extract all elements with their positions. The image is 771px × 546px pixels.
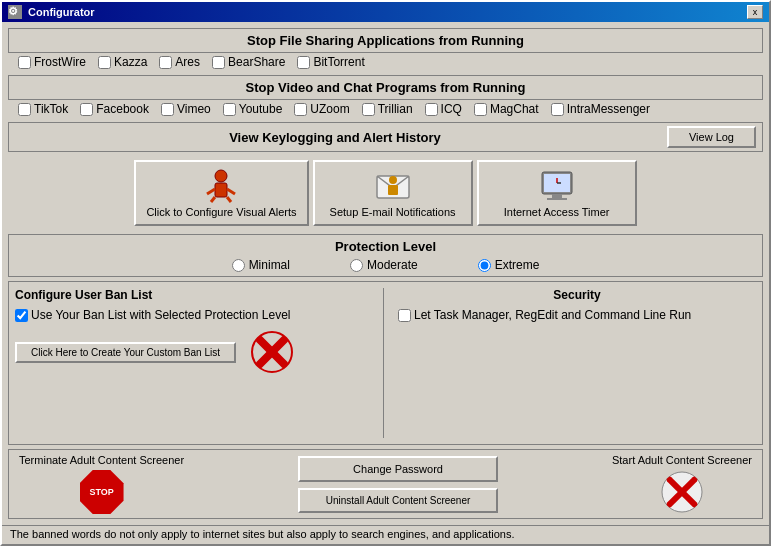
facebook-checkbox[interactable] [80,103,93,116]
bottom-section: Terminate Adult Content Screener STOP Ch… [8,449,763,519]
terminate-screener-col: Terminate Adult Content Screener STOP [19,454,184,514]
checkbox-uzoom: UZoom [294,102,349,116]
vimeo-label: Vimeo [177,102,211,116]
ban-list-checkbox-label: Use Your Ban List with Selected Protecti… [31,308,291,322]
svg-rect-11 [552,194,562,198]
facebook-label: Facebook [96,102,149,116]
start-screener-icon [660,470,704,514]
checkbox-youtube: Youtube [223,102,283,116]
icq-checkbox[interactable] [425,103,438,116]
timer-icon [537,168,577,203]
radio-moderate: Moderate [350,258,418,272]
video-chat-apps: TikTok Facebook Vimeo Youtube UZoom [8,100,763,118]
svg-line-5 [227,197,231,202]
checkbox-bittorrent: BitTorrent [297,55,364,69]
moderate-label: Moderate [367,258,418,272]
minimal-label: Minimal [249,258,290,272]
visual-alerts-button[interactable]: Click to Configure Visual Alerts [134,160,308,226]
checkbox-bearshare: BearShare [212,55,285,69]
ban-list-icon [250,330,294,374]
internet-timer-label: Internet Access Timer [504,206,610,218]
frostwire-label: FrostWire [34,55,86,69]
bittorrent-label: BitTorrent [313,55,364,69]
protection-options: Minimal Moderate Extreme [13,258,758,272]
file-sharing-apps: FrostWire Kazza Ares BearShare BitTorren… [8,53,763,71]
checkbox-trillian: Trillian [362,102,413,116]
vimeo-checkbox[interactable] [161,103,174,116]
frostwire-checkbox[interactable] [18,56,31,69]
extreme-label: Extreme [495,258,540,272]
kazza-checkbox[interactable] [98,56,111,69]
uzoom-checkbox[interactable] [294,103,307,116]
security-checkbox-row: Let Task Manager, RegEdit and Command Li… [398,308,756,322]
video-chat-header: Stop Video and Chat Programs from Runnin… [8,75,763,100]
trillian-checkbox[interactable] [362,103,375,116]
protection-header: Protection Level [13,239,758,254]
svg-line-2 [207,189,215,194]
bearshare-checkbox[interactable] [212,56,225,69]
bearshare-label: BearShare [228,55,285,69]
internet-timer-button[interactable]: Internet Access Timer [477,160,637,226]
alert-icon [201,168,241,203]
youtube-checkbox[interactable] [223,103,236,116]
ares-checkbox[interactable] [159,56,172,69]
svg-line-4 [211,197,215,202]
main-window: ⚙ Configurator x Stop File Sharing Appli… [0,0,771,546]
security-checkbox[interactable] [398,309,411,322]
footer-text: The banned words do not only apply to in… [2,525,769,544]
close-button[interactable]: x [747,5,763,19]
uninstall-button[interactable]: Uninstall Adult Content Screener [298,488,498,513]
stop-icon: STOP [80,470,124,514]
email-notifications-label: Setup E-mail Notifications [330,206,456,218]
intramessenger-label: IntraMessenger [567,102,650,116]
checkbox-intramessenger: IntraMessenger [551,102,650,116]
start-label: Start Adult Content Screener [612,454,752,466]
security-checkbox-label: Let Task Manager, RegEdit and Command Li… [414,308,691,322]
tiktok-checkbox[interactable] [18,103,31,116]
svg-rect-8 [388,185,398,195]
kazza-label: Kazza [114,55,147,69]
ban-list-title: Configure User Ban List [15,288,373,302]
svg-point-7 [389,176,397,184]
create-ban-list-button[interactable]: Click Here to Create Your Custom Ban Lis… [15,342,236,363]
checkbox-vimeo: Vimeo [161,102,211,116]
title-bar: ⚙ Configurator x [2,2,769,22]
radio-extreme: Extreme [478,258,540,272]
file-sharing-header: Stop File Sharing Applications from Runn… [8,28,763,53]
video-chat-section: Stop Video and Chat Programs from Runnin… [8,75,763,118]
checkbox-frostwire: FrostWire [18,55,86,69]
checkbox-kazza: Kazza [98,55,147,69]
trillian-label: Trillian [378,102,413,116]
minimal-radio[interactable] [232,259,245,272]
ban-list-checkbox[interactable] [15,309,28,322]
checkbox-magchat: MagChat [474,102,539,116]
main-content: Stop File Sharing Applications from Runn… [2,22,769,525]
tiktok-label: TikTok [34,102,68,116]
start-screener-col: Start Adult Content Screener [612,454,752,514]
ares-label: Ares [175,55,200,69]
svg-line-3 [227,189,235,194]
intramessenger-checkbox[interactable] [551,103,564,116]
svg-rect-1 [215,183,227,197]
visual-alerts-label: Click to Configure Visual Alerts [146,206,296,218]
change-password-button[interactable]: Change Password [298,456,498,482]
checkbox-ares: Ares [159,55,200,69]
magchat-checkbox[interactable] [474,103,487,116]
email-icon [373,168,413,203]
security-title: Security [398,288,756,302]
youtube-label: Youtube [239,102,283,116]
protection-section: Protection Level Minimal Moderate Extrem… [8,234,763,277]
file-sharing-section: Stop File Sharing Applications from Runn… [8,28,763,71]
uzoom-label: UZoom [310,102,349,116]
security-section: Security Let Task Manager, RegEdit and C… [388,288,756,438]
moderate-radio[interactable] [350,259,363,272]
bittorrent-checkbox[interactable] [297,56,310,69]
svg-rect-12 [547,198,567,200]
ban-list-section: Configure User Ban List Use Your Ban Lis… [15,288,384,438]
app-icon: ⚙ [8,5,22,19]
checkbox-facebook: Facebook [80,102,149,116]
view-log-button[interactable]: View Log [667,126,756,148]
email-notifications-button[interactable]: Setup E-mail Notifications [313,160,473,226]
extreme-radio[interactable] [478,259,491,272]
checkbox-tiktok: TikTok [18,102,68,116]
